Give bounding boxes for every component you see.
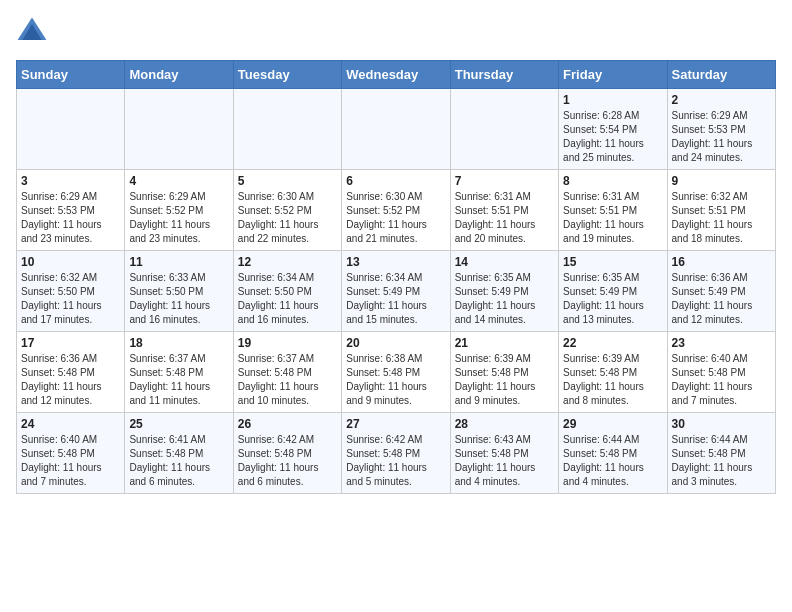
day-info: Sunrise: 6:29 AMSunset: 5:53 PMDaylight:…: [672, 109, 771, 165]
calendar-cell: 25Sunrise: 6:41 AMSunset: 5:48 PMDayligh…: [125, 413, 233, 494]
day-number: 17: [21, 336, 120, 350]
day-info: Sunrise: 6:35 AMSunset: 5:49 PMDaylight:…: [455, 271, 554, 327]
day-number: 3: [21, 174, 120, 188]
calendar-cell: 16Sunrise: 6:36 AMSunset: 5:49 PMDayligh…: [667, 251, 775, 332]
day-info: Sunrise: 6:38 AMSunset: 5:48 PMDaylight:…: [346, 352, 445, 408]
day-info: Sunrise: 6:31 AMSunset: 5:51 PMDaylight:…: [455, 190, 554, 246]
calendar-week-row: 17Sunrise: 6:36 AMSunset: 5:48 PMDayligh…: [17, 332, 776, 413]
calendar-cell: [17, 89, 125, 170]
calendar-week-row: 1Sunrise: 6:28 AMSunset: 5:54 PMDaylight…: [17, 89, 776, 170]
day-info: Sunrise: 6:31 AMSunset: 5:51 PMDaylight:…: [563, 190, 662, 246]
day-number: 30: [672, 417, 771, 431]
day-info: Sunrise: 6:42 AMSunset: 5:48 PMDaylight:…: [346, 433, 445, 489]
calendar-cell: 12Sunrise: 6:34 AMSunset: 5:50 PMDayligh…: [233, 251, 341, 332]
calendar-cell: 28Sunrise: 6:43 AMSunset: 5:48 PMDayligh…: [450, 413, 558, 494]
day-info: Sunrise: 6:39 AMSunset: 5:48 PMDaylight:…: [563, 352, 662, 408]
calendar-cell: 27Sunrise: 6:42 AMSunset: 5:48 PMDayligh…: [342, 413, 450, 494]
calendar-body: 1Sunrise: 6:28 AMSunset: 5:54 PMDaylight…: [17, 89, 776, 494]
day-number: 26: [238, 417, 337, 431]
day-info: Sunrise: 6:37 AMSunset: 5:48 PMDaylight:…: [238, 352, 337, 408]
day-info: Sunrise: 6:34 AMSunset: 5:49 PMDaylight:…: [346, 271, 445, 327]
calendar-week-row: 24Sunrise: 6:40 AMSunset: 5:48 PMDayligh…: [17, 413, 776, 494]
day-info: Sunrise: 6:44 AMSunset: 5:48 PMDaylight:…: [563, 433, 662, 489]
day-number: 25: [129, 417, 228, 431]
day-info: Sunrise: 6:33 AMSunset: 5:50 PMDaylight:…: [129, 271, 228, 327]
day-info: Sunrise: 6:30 AMSunset: 5:52 PMDaylight:…: [238, 190, 337, 246]
day-number: 2: [672, 93, 771, 107]
day-info: Sunrise: 6:42 AMSunset: 5:48 PMDaylight:…: [238, 433, 337, 489]
day-info: Sunrise: 6:32 AMSunset: 5:51 PMDaylight:…: [672, 190, 771, 246]
calendar-cell: 30Sunrise: 6:44 AMSunset: 5:48 PMDayligh…: [667, 413, 775, 494]
day-number: 23: [672, 336, 771, 350]
day-number: 20: [346, 336, 445, 350]
calendar-cell: 20Sunrise: 6:38 AMSunset: 5:48 PMDayligh…: [342, 332, 450, 413]
day-info: Sunrise: 6:35 AMSunset: 5:49 PMDaylight:…: [563, 271, 662, 327]
calendar-cell: 13Sunrise: 6:34 AMSunset: 5:49 PMDayligh…: [342, 251, 450, 332]
calendar-week-row: 3Sunrise: 6:29 AMSunset: 5:53 PMDaylight…: [17, 170, 776, 251]
day-number: 16: [672, 255, 771, 269]
day-number: 11: [129, 255, 228, 269]
day-number: 13: [346, 255, 445, 269]
day-info: Sunrise: 6:32 AMSunset: 5:50 PMDaylight:…: [21, 271, 120, 327]
day-number: 18: [129, 336, 228, 350]
calendar-table: SundayMondayTuesdayWednesdayThursdayFrid…: [16, 60, 776, 494]
calendar-cell: 11Sunrise: 6:33 AMSunset: 5:50 PMDayligh…: [125, 251, 233, 332]
calendar-cell: [233, 89, 341, 170]
logo-icon: [16, 16, 48, 48]
weekday-header: Friday: [559, 61, 667, 89]
day-number: 19: [238, 336, 337, 350]
day-number: 4: [129, 174, 228, 188]
day-number: 22: [563, 336, 662, 350]
calendar-cell: 10Sunrise: 6:32 AMSunset: 5:50 PMDayligh…: [17, 251, 125, 332]
logo: [16, 16, 52, 48]
day-number: 12: [238, 255, 337, 269]
calendar-cell: 29Sunrise: 6:44 AMSunset: 5:48 PMDayligh…: [559, 413, 667, 494]
day-info: Sunrise: 6:30 AMSunset: 5:52 PMDaylight:…: [346, 190, 445, 246]
calendar-cell: 3Sunrise: 6:29 AMSunset: 5:53 PMDaylight…: [17, 170, 125, 251]
day-info: Sunrise: 6:44 AMSunset: 5:48 PMDaylight:…: [672, 433, 771, 489]
day-info: Sunrise: 6:37 AMSunset: 5:48 PMDaylight:…: [129, 352, 228, 408]
day-info: Sunrise: 6:34 AMSunset: 5:50 PMDaylight:…: [238, 271, 337, 327]
day-info: Sunrise: 6:28 AMSunset: 5:54 PMDaylight:…: [563, 109, 662, 165]
day-info: Sunrise: 6:40 AMSunset: 5:48 PMDaylight:…: [672, 352, 771, 408]
day-info: Sunrise: 6:29 AMSunset: 5:53 PMDaylight:…: [21, 190, 120, 246]
day-info: Sunrise: 6:41 AMSunset: 5:48 PMDaylight:…: [129, 433, 228, 489]
calendar-cell: 24Sunrise: 6:40 AMSunset: 5:48 PMDayligh…: [17, 413, 125, 494]
day-number: 1: [563, 93, 662, 107]
calendar-cell: 1Sunrise: 6:28 AMSunset: 5:54 PMDaylight…: [559, 89, 667, 170]
weekday-header-row: SundayMondayTuesdayWednesdayThursdayFrid…: [17, 61, 776, 89]
day-number: 24: [21, 417, 120, 431]
calendar-cell: 15Sunrise: 6:35 AMSunset: 5:49 PMDayligh…: [559, 251, 667, 332]
page-header: [16, 16, 776, 48]
calendar-cell: 4Sunrise: 6:29 AMSunset: 5:52 PMDaylight…: [125, 170, 233, 251]
calendar-cell: [450, 89, 558, 170]
calendar-cell: 8Sunrise: 6:31 AMSunset: 5:51 PMDaylight…: [559, 170, 667, 251]
day-info: Sunrise: 6:36 AMSunset: 5:48 PMDaylight:…: [21, 352, 120, 408]
calendar-cell: 9Sunrise: 6:32 AMSunset: 5:51 PMDaylight…: [667, 170, 775, 251]
day-number: 21: [455, 336, 554, 350]
day-info: Sunrise: 6:36 AMSunset: 5:49 PMDaylight:…: [672, 271, 771, 327]
day-number: 5: [238, 174, 337, 188]
calendar-cell: [125, 89, 233, 170]
calendar-cell: 6Sunrise: 6:30 AMSunset: 5:52 PMDaylight…: [342, 170, 450, 251]
calendar-cell: 5Sunrise: 6:30 AMSunset: 5:52 PMDaylight…: [233, 170, 341, 251]
day-info: Sunrise: 6:29 AMSunset: 5:52 PMDaylight:…: [129, 190, 228, 246]
calendar-cell: 26Sunrise: 6:42 AMSunset: 5:48 PMDayligh…: [233, 413, 341, 494]
weekday-header: Tuesday: [233, 61, 341, 89]
calendar-cell: 22Sunrise: 6:39 AMSunset: 5:48 PMDayligh…: [559, 332, 667, 413]
day-info: Sunrise: 6:39 AMSunset: 5:48 PMDaylight:…: [455, 352, 554, 408]
weekday-header: Saturday: [667, 61, 775, 89]
day-number: 6: [346, 174, 445, 188]
weekday-header: Monday: [125, 61, 233, 89]
calendar-header: SundayMondayTuesdayWednesdayThursdayFrid…: [17, 61, 776, 89]
day-info: Sunrise: 6:43 AMSunset: 5:48 PMDaylight:…: [455, 433, 554, 489]
day-number: 10: [21, 255, 120, 269]
calendar-cell: 23Sunrise: 6:40 AMSunset: 5:48 PMDayligh…: [667, 332, 775, 413]
weekday-header: Wednesday: [342, 61, 450, 89]
calendar-cell: 17Sunrise: 6:36 AMSunset: 5:48 PMDayligh…: [17, 332, 125, 413]
day-number: 28: [455, 417, 554, 431]
calendar-cell: 18Sunrise: 6:37 AMSunset: 5:48 PMDayligh…: [125, 332, 233, 413]
day-info: Sunrise: 6:40 AMSunset: 5:48 PMDaylight:…: [21, 433, 120, 489]
calendar-cell: 21Sunrise: 6:39 AMSunset: 5:48 PMDayligh…: [450, 332, 558, 413]
day-number: 8: [563, 174, 662, 188]
